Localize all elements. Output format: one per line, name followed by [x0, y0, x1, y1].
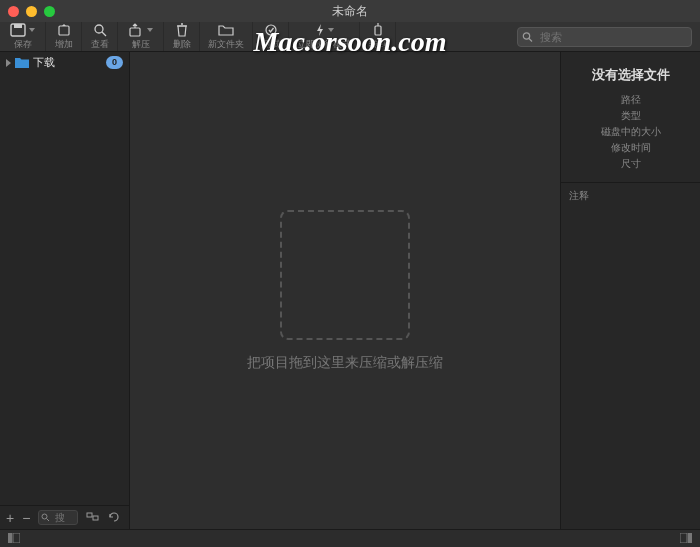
chevron-down-icon: [147, 28, 153, 32]
status-bar: [0, 529, 700, 547]
lightning-icon: [315, 23, 334, 37]
info-header: 没有选择文件 路径 类型 磁盘中的大小 修改时间 尺寸: [561, 52, 700, 182]
titlebar: 未命名: [0, 0, 700, 22]
svg-line-11: [529, 38, 532, 41]
new-folder-button[interactable]: 新文件夹: [200, 22, 253, 51]
save-icon: [10, 23, 35, 37]
test-button[interactable]: 测试: [253, 22, 289, 51]
maximize-window-button[interactable]: [44, 6, 55, 17]
info-row-size: 尺寸: [571, 156, 690, 172]
view-icon: [93, 23, 107, 37]
sidebar-refresh-icon[interactable]: [107, 510, 120, 526]
svg-line-4: [102, 32, 106, 36]
extract-button[interactable]: 解压: [118, 22, 164, 51]
svg-point-3: [95, 25, 103, 33]
svg-rect-14: [87, 513, 92, 517]
toolbar-label: 测试: [262, 38, 280, 51]
toolbar-label: 保存: [14, 38, 32, 51]
info-row-disksize: 磁盘中的大小: [571, 124, 690, 140]
window-title: 未命名: [0, 3, 700, 20]
view-button[interactable]: 查看: [82, 22, 118, 51]
info-row-modtime: 修改时间: [571, 140, 690, 156]
svg-rect-1: [14, 24, 22, 28]
svg-point-12: [42, 514, 47, 519]
info-panel: 没有选择文件 路径 类型 磁盘中的大小 修改时间 尺寸 注释: [560, 52, 700, 529]
info-notes: 注释: [561, 182, 700, 529]
extract-icon: [128, 23, 153, 37]
sidebar-tool-icon[interactable]: [86, 510, 99, 526]
svg-rect-9: [375, 26, 381, 35]
svg-rect-16: [8, 533, 12, 543]
svg-rect-17: [13, 533, 20, 543]
status-left-icon[interactable]: [8, 533, 20, 545]
test-icon: [264, 23, 278, 37]
toolbar-label: 转到: [369, 38, 387, 51]
chevron-down-icon: [328, 28, 334, 32]
count-badge: 0: [106, 56, 123, 69]
save-button[interactable]: 保存: [0, 22, 46, 51]
sidebar: 下载 0 + −: [0, 52, 130, 529]
folder-plus-icon: [218, 23, 234, 37]
svg-rect-2: [59, 26, 69, 35]
info-heading: 没有选择文件: [571, 66, 690, 84]
svg-rect-19: [688, 533, 692, 543]
main-area: 下载 0 + − 把项目拖到这里来压缩或解压缩 没有选择文件 路径: [0, 52, 700, 529]
toolbar: 保存 增加 查看 解压 删除 新文件夹 测试: [0, 22, 700, 52]
goto-button[interactable]: 转到: [360, 22, 396, 51]
add-button[interactable]: 增加: [46, 22, 82, 51]
sidebar-item-label: 下载: [33, 55, 55, 70]
folder-icon: [15, 57, 29, 68]
delete-button[interactable]: 删除: [164, 22, 200, 51]
chevron-down-icon: [29, 28, 35, 32]
sidebar-item-downloads[interactable]: 下载 0: [0, 52, 129, 73]
search-input[interactable]: [517, 27, 692, 47]
disclosure-triangle-icon[interactable]: [6, 59, 11, 67]
toolbar-label: 新文件夹: [208, 38, 244, 51]
drop-hint: 把项目拖到这里来压缩或解压缩: [247, 354, 443, 372]
sidebar-list: 下载 0: [0, 52, 129, 505]
svg-point-10: [523, 32, 529, 38]
svg-point-8: [266, 25, 276, 35]
toolbar-label: 立即执行模式: [297, 38, 351, 51]
add-source-button[interactable]: +: [6, 510, 14, 526]
toolbar-label: 增加: [55, 38, 73, 51]
status-right-icon[interactable]: [680, 533, 692, 545]
svg-rect-5: [130, 28, 140, 36]
content-area[interactable]: 把项目拖到这里来压缩或解压缩: [130, 52, 560, 529]
toolbar-label: 解压: [132, 38, 150, 51]
svg-rect-15: [93, 516, 98, 520]
search-icon: [522, 31, 533, 42]
toolbar-label: 删除: [173, 38, 191, 51]
goto-icon: [372, 23, 384, 37]
close-window-button[interactable]: [8, 6, 19, 17]
window-controls: [8, 6, 55, 17]
remove-source-button[interactable]: −: [22, 510, 30, 526]
svg-rect-18: [680, 533, 687, 543]
info-row-type: 类型: [571, 108, 690, 124]
toolbar-label: 查看: [91, 38, 109, 51]
exec-mode-button[interactable]: 立即执行模式: [289, 22, 360, 51]
search-icon: [41, 513, 50, 522]
toolbar-search: [396, 22, 700, 51]
drop-target[interactable]: [280, 210, 410, 340]
trash-icon: [176, 23, 188, 37]
sidebar-footer: + −: [0, 505, 129, 529]
info-row-path: 路径: [571, 92, 690, 108]
svg-line-13: [47, 519, 50, 522]
minimize-window-button[interactable]: [26, 6, 37, 17]
add-icon: [57, 23, 71, 37]
